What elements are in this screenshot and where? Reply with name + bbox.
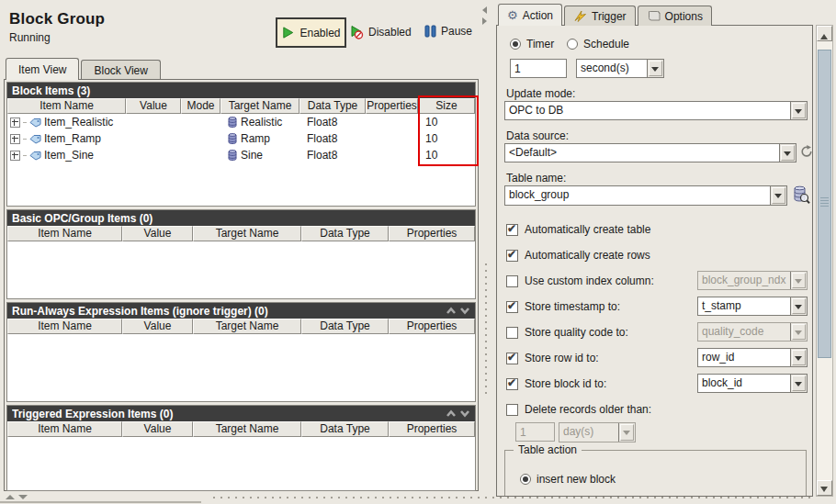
splitter-collapse-up-icon[interactable] [6,495,15,499]
chevron-down-icon[interactable] [779,144,796,162]
move-up-icon[interactable] [446,307,457,315]
store-quality-checkbox[interactable]: Store quality code to: [506,325,628,340]
block-items-header: Block Items (3) [7,83,475,98]
auto-create-rows-label: Automatically create rows [525,249,650,262]
column-data-type[interactable]: Data Type [301,421,389,437]
vertical-splitter-handle[interactable] [485,263,487,394]
column-item-name[interactable]: Item Name [7,421,122,437]
column-data-type[interactable]: Data Type [299,98,366,114]
expand-icon[interactable] [10,151,20,161]
expand-icon[interactable] [10,134,20,144]
move-down-icon[interactable] [459,307,470,315]
custom-index-label: Use custom index column: [525,274,654,287]
enabled-button[interactable]: Enabled [276,17,346,48]
tab-trigger-label: Trigger [592,10,627,23]
splitter-collapse-down-icon[interactable] [18,495,28,499]
tab-trigger[interactable]: Trigger [564,6,636,26]
tab-action[interactable]: ⚙ Action [498,4,562,26]
table-name-combo[interactable]: block_group [504,185,787,206]
timer-radio[interactable]: Timer [510,38,554,50]
checkbox-icon [506,250,518,262]
triggered-items-title: Triggered Expression Items (0) [12,408,446,420]
expand-icon[interactable] [10,118,20,128]
table-row[interactable]: Item_Ramp Ramp Float8 10 [7,130,475,147]
block-id-column-value: block_id [698,375,790,392]
timestamp-column-select[interactable]: t_stamp [697,297,808,316]
gear-icon: ⚙ [507,9,518,21]
column-properties[interactable]: Properties [366,98,418,114]
run-always-items-header: Run-Always Expression Items (ignore trig… [7,303,475,319]
store-row-id-checkbox[interactable]: Store row id to: [506,351,599,365]
interval-input[interactable] [510,59,567,78]
chevron-down-icon [790,323,807,341]
column-value[interactable]: Value [122,226,193,241]
scroll-down-icon[interactable] [817,480,832,496]
column-size[interactable]: Size [418,98,475,114]
table-row[interactable]: Item_Sine Sine Float8 10 [7,147,475,163]
column-target-name[interactable]: Target Name [193,226,301,241]
column-data-type[interactable]: Data Type [301,319,389,334]
row-id-column-select[interactable]: row_id [697,348,808,367]
column-properties[interactable]: Properties [389,319,475,334]
column-data-type[interactable]: Data Type [301,226,389,241]
column-target-name[interactable]: Target Name [193,319,301,334]
update-mode-select[interactable]: OPC to DB [504,101,808,120]
column-item-name[interactable]: Item Name [7,98,126,114]
column-properties[interactable]: Properties [389,226,475,241]
interval-unit-select[interactable]: second(s) [576,59,664,78]
delete-older-checkbox[interactable]: Delete records older than: [506,402,651,417]
scrollbar-thumb[interactable] [818,50,831,358]
table-row[interactable]: Item_Realistic Realistic Float8 10 [7,114,475,130]
column-item-name[interactable]: Item Name [7,319,122,334]
vertical-scrollbar[interactable] [816,25,833,497]
disabled-button[interactable]: Disabled [349,25,412,39]
browse-table-icon[interactable] [793,185,810,205]
custom-index-value: block_group_ndx [698,272,790,289]
chevron-down-icon[interactable] [790,349,807,366]
chevron-down-icon[interactable] [790,297,807,315]
column-value[interactable]: Value [122,421,193,437]
checkbox-icon [506,224,518,236]
auto-create-rows-checkbox[interactable]: Automatically create rows [506,248,650,263]
refresh-icon[interactable] [800,145,813,158]
table-action-group: Table action insert new block [504,450,807,497]
pause-button[interactable]: Pause [424,25,472,38]
column-target-name[interactable]: Target Name [220,98,299,114]
splitter-collapse-left-icon[interactable] [482,6,487,14]
column-item-name[interactable]: Item Name [7,226,122,241]
store-block-id-checkbox[interactable]: Store block id to: [506,376,606,391]
column-value[interactable]: Value [122,319,193,334]
scroll-up-icon[interactable] [817,26,832,41]
insert-new-block-radio[interactable]: insert new block [520,473,616,486]
enabled-button-label: Enabled [299,27,340,39]
view-tabs: Item View Block View [6,58,161,80]
timer-radio-label: Timer [526,38,554,50]
schedule-radio[interactable]: Schedule [567,38,629,50]
column-mode[interactable]: Mode [181,98,220,114]
chevron-down-icon[interactable] [647,60,663,77]
tab-options[interactable]: Options [638,6,712,26]
chevron-down-icon[interactable] [790,375,807,392]
tab-block-view[interactable]: Block View [81,60,160,80]
auto-create-table-checkbox[interactable]: Automatically create table [506,222,650,237]
column-value[interactable]: Value [126,98,181,114]
data-source-select[interactable]: <Default> [504,143,796,162]
tab-item-view[interactable]: Item View [6,58,79,80]
basic-opc-items-body [7,241,475,298]
custom-index-checkbox[interactable]: Use custom index column: [506,274,654,288]
basic-opc-items-title: Basic OPC/Group Items (0) [12,212,470,225]
column-target-name[interactable]: Target Name [193,421,301,437]
block-id-column-select[interactable]: block_id [697,374,808,393]
chevron-down-icon[interactable] [790,102,807,119]
table-name-value: block_group [505,186,770,205]
move-down-icon[interactable] [459,409,470,418]
splitter-collapse-right-icon[interactable] [482,17,487,25]
lightning-icon [573,10,587,22]
store-timestamp-checkbox[interactable]: Store timestamp to: [506,299,620,314]
chevron-down-icon[interactable] [770,186,786,205]
radio-icon [520,474,531,485]
column-properties[interactable]: Properties [389,421,475,437]
horizontal-splitter-handle[interactable] [213,497,810,498]
tree-connector [23,122,27,123]
move-up-icon[interactable] [446,409,457,418]
